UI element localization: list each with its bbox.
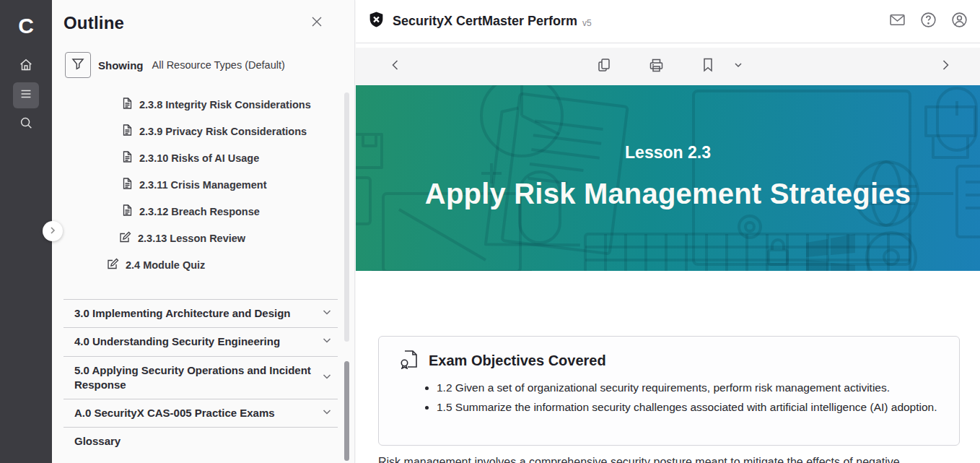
section-row-glossary[interactable]: Glossary	[64, 427, 338, 455]
main-area: SecurityX CertMaster Perform v5	[356, 0, 980, 463]
certificate-icon	[399, 349, 419, 372]
outline-item[interactable]: 2.3.11 Crisis Management	[52, 171, 354, 198]
app-window: C Outline	[0, 0, 980, 463]
outline-item[interactable]: 2.4 Module Quiz	[52, 251, 354, 278]
outline-item[interactable]: 2.3.12 Breach Response	[52, 198, 354, 225]
help-button[interactable]	[919, 12, 937, 31]
outline-item[interactable]: 2.3.8 Integrity Risk Considerations	[52, 91, 354, 118]
section-row[interactable]: A.0 SecurityX CAS-005 Practice Exams	[64, 399, 338, 427]
account-button[interactable]	[950, 12, 968, 31]
objectives-list: 1.2 Given a set of organizational securi…	[399, 379, 942, 416]
lesson-number: Lesson 2.3	[356, 143, 980, 163]
outline-menu-button[interactable]	[13, 82, 39, 108]
copy-button[interactable]	[590, 48, 618, 85]
filter-value[interactable]: All Resource Types (Default)	[152, 59, 285, 71]
edit-icon	[107, 258, 119, 272]
home-icon	[18, 57, 34, 76]
chevron-down-icon	[322, 407, 332, 420]
document-icon	[122, 98, 133, 111]
next-page-button[interactable]	[931, 48, 960, 85]
outline-item[interactable]: 2.3.13 Lesson Review	[52, 225, 354, 251]
copy-icon	[596, 57, 612, 76]
previous-page-button[interactable]	[381, 48, 410, 85]
app-version: v5	[582, 18, 592, 28]
exam-objectives-card: Exam Objectives Covered 1.2 Given a set …	[378, 336, 960, 446]
chevron-right-icon	[48, 225, 57, 238]
section-row[interactable]: 4.0 Understanding Security Engineering	[64, 327, 338, 355]
chevron-down-icon	[733, 60, 743, 73]
objective-item: 1.5 Summarize the information security c…	[437, 399, 942, 416]
chevron-right-icon	[939, 59, 952, 74]
outline-list: 2.3.8 Integrity Risk Considerations 2.3.…	[52, 91, 354, 278]
home-button[interactable]	[13, 53, 39, 79]
search-button[interactable]	[13, 111, 39, 137]
outline-item[interactable]: 2.3.10 Risks of AI Usage	[52, 144, 354, 171]
outline-panel: Outline Showing All Resource Types (Defa…	[52, 0, 355, 463]
document-icon	[122, 124, 133, 138]
sidebar-scrollbar-thumb[interactable]	[344, 361, 349, 461]
menu-icon	[18, 86, 34, 105]
account-icon	[950, 11, 968, 32]
outline-item[interactable]: 2.3.9 Privacy Risk Considerations	[52, 118, 354, 144]
brand-logo[interactable]: C	[18, 9, 34, 43]
lesson-toolbar	[356, 48, 980, 85]
print-button[interactable]	[642, 48, 670, 85]
funnel-icon	[71, 56, 85, 74]
lesson-title: Apply Risk Management Strategies	[356, 178, 980, 210]
objective-item: 1.2 Given a set of organizational securi…	[437, 379, 942, 397]
section-row[interactable]: 5.0 Applying Security Operations and Inc…	[64, 356, 338, 399]
lesson-banner: Lesson 2.3 Apply Risk Management Strateg…	[356, 85, 980, 271]
print-icon	[648, 57, 665, 77]
section-row[interactable]: 3.0 Implementing Architecture and Design	[64, 299, 338, 327]
help-icon	[919, 11, 937, 32]
chevron-left-icon	[389, 59, 402, 74]
bookmark-menu-button[interactable]	[724, 48, 753, 85]
app-header: SecurityX CertMaster Perform v5	[356, 0, 980, 43]
filter-button[interactable]	[65, 52, 91, 78]
shield-x-icon	[367, 11, 385, 32]
bookmark-icon	[701, 57, 715, 76]
close-icon	[310, 14, 324, 32]
close-panel-button[interactable]	[308, 14, 325, 32]
search-icon	[18, 115, 34, 134]
document-icon	[122, 178, 133, 191]
objectives-title: Exam Objectives Covered	[429, 352, 606, 369]
filter-label: Showing	[98, 59, 144, 72]
edit-icon	[119, 231, 131, 245]
panel-title: Outline	[64, 13, 124, 33]
panel-collapse-handle[interactable]	[43, 221, 63, 241]
messages-button[interactable]	[888, 12, 906, 31]
bookmark-button[interactable]	[694, 48, 722, 85]
sidebar-scrollbar-track[interactable]	[344, 92, 349, 342]
chevron-down-icon	[322, 371, 332, 384]
chevron-down-icon	[322, 335, 332, 348]
mail-icon	[888, 11, 906, 32]
module-sections: 3.0 Implementing Architecture and Design…	[64, 299, 338, 456]
document-icon	[122, 204, 133, 218]
document-icon	[122, 151, 133, 165]
lesson-intro-paragraph: Risk management involves a comprehensive…	[378, 454, 963, 463]
app-title: SecurityX CertMaster Perform	[393, 14, 577, 29]
chevron-down-icon	[322, 307, 332, 320]
